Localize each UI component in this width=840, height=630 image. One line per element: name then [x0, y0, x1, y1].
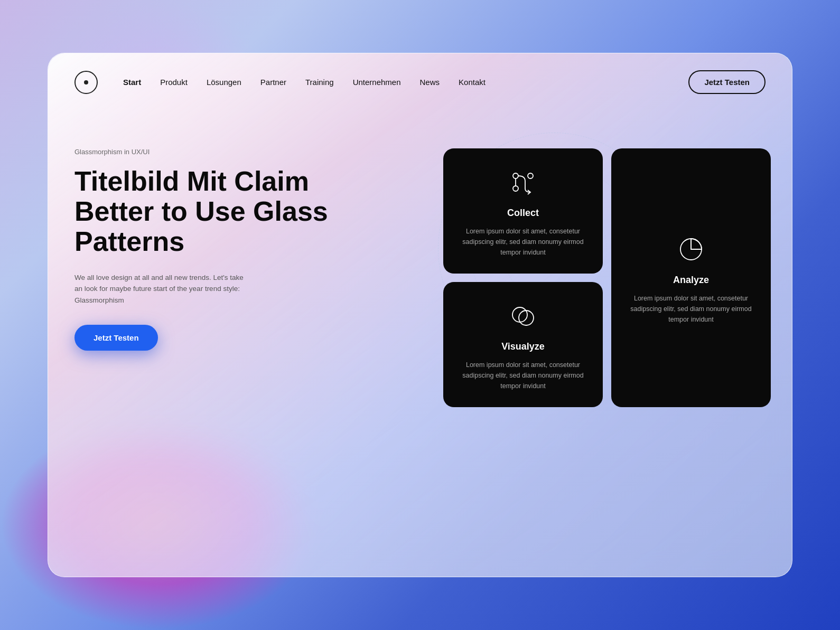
nav-item-partner[interactable]: Partner — [260, 78, 286, 87]
visualyze-description: Lorem ipsum dolor sit amet, consetetur s… — [458, 360, 588, 391]
hero-cta-button[interactable]: Jetzt Testen — [74, 325, 158, 351]
logo-dot — [84, 80, 88, 84]
main-card: Start Produkt Lösungen Partner Training … — [48, 53, 792, 577]
analyze-description: Lorem ipsum dolor sit amet, consetetur s… — [626, 293, 756, 325]
card-visualyze: Visualyze Lorem ipsum dolor sit amet, co… — [443, 282, 603, 407]
card-collect: Collect Lorem ipsum dolor sit amet, cons… — [443, 148, 603, 274]
nav-links: Start Produkt Lösungen Partner Training … — [123, 78, 688, 87]
collect-title: Collect — [458, 208, 588, 219]
svg-point-0 — [513, 173, 518, 178]
nav-item-training[interactable]: Training — [305, 78, 334, 87]
hero-description: We all love design at all and all new tr… — [74, 272, 244, 306]
analyze-title: Analyze — [673, 275, 709, 286]
nav-item-news[interactable]: News — [420, 78, 440, 87]
logo[interactable] — [74, 71, 98, 94]
card-analyze: Analyze Lorem ipsum dolor sit amet, cons… — [611, 148, 771, 407]
collect-description: Lorem ipsum dolor sit amet, consetetur s… — [458, 226, 588, 258]
cards-container: Collect Lorem ipsum dolor sit amet, cons… — [443, 148, 771, 407]
nav-item-losungen[interactable]: Lösungen — [207, 78, 241, 87]
collect-icon — [508, 167, 538, 197]
nav-item-start[interactable]: Start — [123, 78, 141, 87]
hero-left: Glassmorphism in UX/UI Titelbild Mit Cla… — [74, 132, 339, 351]
svg-point-2 — [513, 186, 518, 191]
nav-item-unternehmen[interactable]: Unternehmen — [353, 78, 401, 87]
nav-item-produkt[interactable]: Produkt — [160, 78, 188, 87]
visualyze-icon — [508, 301, 538, 331]
nav-item-kontakt[interactable]: Kontakt — [459, 78, 486, 87]
hero-title: Titelbild Mit Claim Better to Use Glass … — [74, 166, 339, 257]
hero-subtitle: Glassmorphism in UX/UI — [74, 148, 339, 156]
navbar-cta-button[interactable]: Jetzt Testen — [688, 70, 766, 94]
visualyze-title: Visualyze — [458, 341, 588, 352]
navbar: Start Produkt Lösungen Partner Training … — [48, 53, 792, 111]
analyze-icon — [676, 234, 706, 264]
svg-point-1 — [528, 173, 533, 178]
